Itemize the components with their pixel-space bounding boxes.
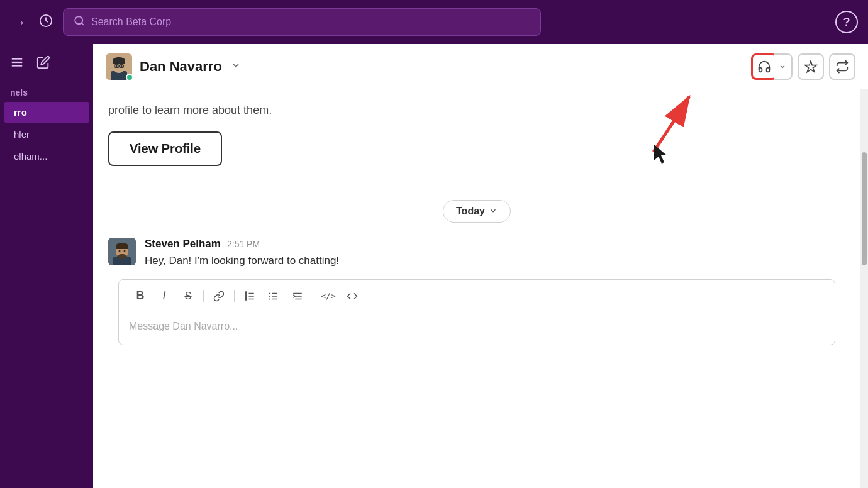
toolbar-separator-3 bbox=[313, 290, 313, 302]
chat-body: profile to learn more about them. View P… bbox=[93, 89, 868, 488]
chat-header-dropdown-icon[interactable] bbox=[231, 60, 241, 72]
toolbar-strikethrough-button[interactable]: S bbox=[177, 286, 199, 306]
search-bar[interactable] bbox=[63, 8, 541, 36]
svg-point-1 bbox=[75, 16, 82, 24]
chat-header-actions bbox=[751, 53, 855, 80]
sidebar: nels rro hler elham... bbox=[0, 44, 93, 488]
chat-messages: profile to learn more about them. View P… bbox=[93, 89, 860, 488]
toolbar-italic-button[interactable]: I bbox=[153, 286, 175, 306]
headphones-dropdown-button[interactable] bbox=[774, 53, 793, 80]
date-divider: Today bbox=[108, 200, 845, 223]
svg-point-34 bbox=[269, 295, 270, 296]
message-content: Steven Pelham 2:51 PM Hey, Dan! I'm look… bbox=[145, 238, 845, 269]
sparkle-button[interactable] bbox=[798, 53, 824, 80]
repost-button[interactable] bbox=[829, 53, 855, 80]
headphones-btn-group bbox=[751, 53, 793, 80]
toolbar-indent-button[interactable] bbox=[286, 286, 309, 306]
chat-header-avatar bbox=[106, 53, 132, 80]
back-nav-icon[interactable]: → bbox=[10, 15, 29, 30]
history-icon[interactable] bbox=[36, 14, 55, 31]
avatar-status-dot bbox=[126, 74, 133, 81]
chat-header: Dan Navarro bbox=[93, 44, 868, 89]
svg-point-21 bbox=[117, 254, 127, 259]
toolbar-separator-1 bbox=[203, 290, 204, 302]
scrollbar[interactable] bbox=[860, 89, 868, 488]
toolbar-bold-button[interactable]: B bbox=[129, 286, 152, 306]
svg-point-23 bbox=[124, 250, 126, 252]
hamburger-icon[interactable] bbox=[10, 55, 24, 72]
message-input-area: B I S bbox=[118, 279, 835, 345]
message-time: 2:51 PM bbox=[227, 239, 260, 249]
toolbar-code-block-button[interactable] bbox=[341, 286, 364, 306]
chat-area: Dan Navarro bbox=[93, 44, 868, 488]
svg-point-22 bbox=[119, 250, 121, 252]
svg-point-11 bbox=[116, 65, 118, 67]
message-input-field[interactable]: Message Dan Navarro... bbox=[119, 313, 835, 345]
message-header: Steven Pelham 2:51 PM bbox=[145, 238, 845, 250]
svg-point-12 bbox=[121, 65, 123, 67]
sidebar-channels-label: nels bbox=[0, 84, 93, 101]
svg-line-2 bbox=[81, 23, 83, 25]
message-toolbar: B I S bbox=[119, 280, 835, 313]
date-pill[interactable]: Today bbox=[443, 200, 511, 223]
svg-point-33 bbox=[269, 292, 270, 294]
toolbar-link-button[interactable] bbox=[208, 286, 230, 306]
chat-header-name[interactable]: Dan Navarro bbox=[140, 58, 222, 75]
sidebar-top-actions bbox=[0, 50, 93, 77]
svg-point-35 bbox=[269, 298, 270, 299]
scrollbar-thumb[interactable] bbox=[862, 152, 867, 265]
toolbar-ordered-list-button[interactable]: 1 2 3 bbox=[238, 286, 261, 306]
toolbar-code-button[interactable]: </> bbox=[317, 286, 340, 306]
top-bar: → ? bbox=[0, 0, 868, 44]
toolbar-unordered-list-button[interactable] bbox=[262, 286, 285, 306]
message-text: Hey, Dan! I'm looking forward to chattin… bbox=[145, 253, 845, 269]
compose-icon[interactable] bbox=[36, 55, 50, 72]
message-row: Steven Pelham 2:51 PM Hey, Dan! I'm look… bbox=[108, 238, 845, 269]
steven-pelham-avatar bbox=[108, 238, 136, 265]
main-layout: nels rro hler elham... bbox=[0, 44, 868, 488]
svg-rect-10 bbox=[113, 60, 125, 64]
view-profile-button[interactable]: View Profile bbox=[108, 131, 222, 166]
search-icon bbox=[74, 15, 85, 30]
preview-text: profile to learn more about them. bbox=[108, 102, 845, 119]
message-sender: Steven Pelham bbox=[145, 238, 221, 250]
help-button[interactable]: ? bbox=[835, 11, 858, 33]
toolbar-separator-2 bbox=[234, 290, 235, 302]
svg-rect-20 bbox=[116, 246, 128, 249]
sidebar-item-navarro[interactable]: rro bbox=[4, 102, 89, 123]
search-input[interactable] bbox=[91, 16, 530, 28]
help-icon[interactable]: ? bbox=[835, 11, 858, 33]
sidebar-item-hler[interactable]: hler bbox=[4, 124, 89, 145]
steven-avatar-img bbox=[108, 238, 136, 265]
sidebar-item-pelham[interactable]: elham... bbox=[4, 146, 89, 167]
date-pill-chevron-icon bbox=[489, 206, 498, 217]
svg-text:3: 3 bbox=[245, 297, 247, 301]
